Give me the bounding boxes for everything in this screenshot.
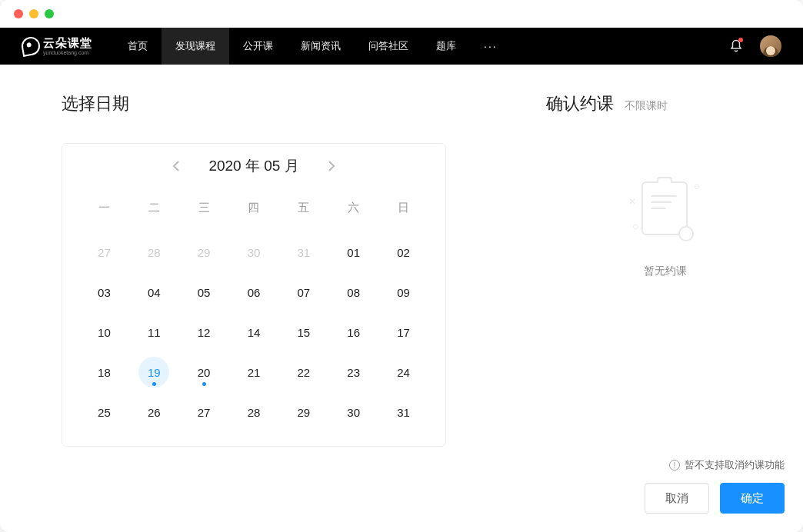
calendar-grid: 一二三四五六日272829303101020304050607080910111… (81, 193, 427, 427)
calendar-day[interactable]: 27 (81, 237, 128, 268)
nav-item-0[interactable]: 首页 (114, 28, 162, 65)
calendar-day[interactable]: 02 (380, 237, 427, 268)
calendar-dow: 三 (181, 193, 228, 228)
calendar-day[interactable]: 16 (330, 317, 377, 347)
calendar-title: 2020 年 05 月 (208, 156, 298, 176)
calendar-day[interactable]: 23 (330, 357, 377, 387)
nav-item-4[interactable]: 问答社区 (355, 28, 422, 65)
footer-note: ! 暂不支持取消约课功能 (546, 458, 785, 472)
notification-dot (738, 38, 743, 42)
calendar-day[interactable]: 06 (231, 277, 278, 308)
calendar-day[interactable]: 09 (380, 277, 427, 308)
nav-items: 首页发现课程公开课新闻资讯问答社区题库 (114, 28, 470, 65)
confirm-subtitle: 不限课时 (625, 99, 668, 113)
nav-item-2[interactable]: 公开课 (229, 28, 287, 65)
app-window: 云朵课堂 yunduoketang.com 首页发现课程公开课新闻资讯问答社区题… (0, 0, 803, 532)
empty-clipboard-icon: ○ × ○ (631, 177, 700, 246)
calendar-day[interactable]: 19 (138, 357, 169, 387)
calendar-day[interactable]: 24 (380, 357, 427, 387)
calendar-day[interactable]: 30 (231, 237, 278, 268)
calendar-dow: 日 (380, 193, 427, 228)
window-titlebar (0, 0, 803, 28)
calendar-day[interactable]: 28 (231, 397, 278, 427)
calendar-dow: 一 (81, 193, 128, 228)
calendar-day[interactable]: 27 (181, 397, 228, 427)
calendar-day[interactable]: 30 (330, 397, 377, 427)
nav-item-1[interactable]: 发现课程 (162, 28, 229, 65)
calendar-day[interactable]: 11 (131, 317, 178, 347)
calendar-day[interactable]: 29 (181, 237, 228, 268)
calendar-dow: 四 (231, 193, 278, 228)
calendar-day[interactable]: 21 (231, 357, 278, 387)
content: 选择日期 2020 年 05 月 一二三四五六日2728293031010203… (0, 65, 803, 532)
calendar-prev-button[interactable] (168, 158, 184, 174)
calendar-dow: 六 (330, 193, 377, 228)
window-minimize-button[interactable] (29, 9, 38, 18)
calendar-next-button[interactable] (324, 158, 339, 174)
calendar-day[interactable]: 29 (280, 397, 327, 427)
window-zoom-button[interactable] (45, 9, 54, 18)
calendar-day[interactable]: 14 (231, 317, 278, 347)
calendar-day[interactable]: 18 (81, 357, 128, 387)
calendar-day[interactable]: 10 (81, 317, 128, 347)
footer-note-text: 暂不支持取消约课功能 (685, 458, 785, 472)
booking-confirm-panel: 确认约课 不限课时 ○ × ○ 暂无约课 ! 暂不支持取消约课功能 (477, 92, 785, 514)
calendar-day[interactable]: 31 (280, 237, 327, 268)
calendar: 2020 年 05 月 一二三四五六日272829303101020304050… (62, 143, 446, 447)
calendar-dow: 二 (131, 193, 178, 228)
brand[interactable]: 云朵课堂 yunduoketang.com (22, 37, 92, 55)
info-icon: ! (669, 460, 680, 470)
notification-bell-icon[interactable] (729, 39, 743, 53)
brand-title: 云朵课堂 (43, 37, 92, 48)
calendar-day[interactable]: 22 (280, 357, 327, 387)
brand-cloud-icon (20, 35, 42, 57)
window-close-button[interactable] (14, 9, 23, 18)
calendar-day[interactable]: 07 (280, 277, 327, 308)
calendar-day[interactable]: 15 (280, 317, 327, 347)
empty-text: 暂无约课 (644, 264, 687, 278)
brand-subtitle: yunduoketang.com (43, 50, 92, 55)
calendar-day[interactable]: 08 (330, 277, 377, 308)
nav-item-5[interactable]: 题库 (422, 28, 470, 65)
calendar-day[interactable]: 31 (380, 397, 427, 427)
nav-more-button[interactable]: ··· (470, 40, 511, 52)
calendar-dow: 五 (280, 193, 327, 228)
user-avatar[interactable] (760, 35, 781, 57)
cancel-button[interactable]: 取消 (645, 483, 709, 514)
confirm-button[interactable]: 确定 (720, 483, 785, 514)
calendar-day[interactable]: 12 (181, 317, 228, 347)
calendar-day[interactable]: 20 (181, 357, 228, 387)
calendar-day[interactable]: 04 (131, 277, 178, 308)
calendar-day[interactable]: 28 (131, 237, 178, 268)
nav-item-3[interactable]: 新闻资讯 (287, 28, 355, 65)
calendar-day[interactable]: 25 (81, 397, 128, 427)
navbar: 云朵课堂 yunduoketang.com 首页发现课程公开课新闻资讯问答社区题… (0, 28, 803, 65)
date-selection-panel: 选择日期 2020 年 05 月 一二三四五六日2728293031010203… (62, 92, 477, 514)
empty-state: ○ × ○ 暂无约课 (546, 169, 785, 458)
confirm-title: 确认约课 (546, 92, 614, 115)
calendar-day[interactable]: 01 (330, 237, 377, 268)
date-section-title: 选择日期 (62, 92, 477, 115)
calendar-day[interactable]: 26 (131, 397, 178, 427)
calendar-day[interactable]: 03 (81, 277, 128, 308)
calendar-day[interactable]: 17 (380, 317, 427, 347)
calendar-day[interactable]: 05 (181, 277, 228, 308)
